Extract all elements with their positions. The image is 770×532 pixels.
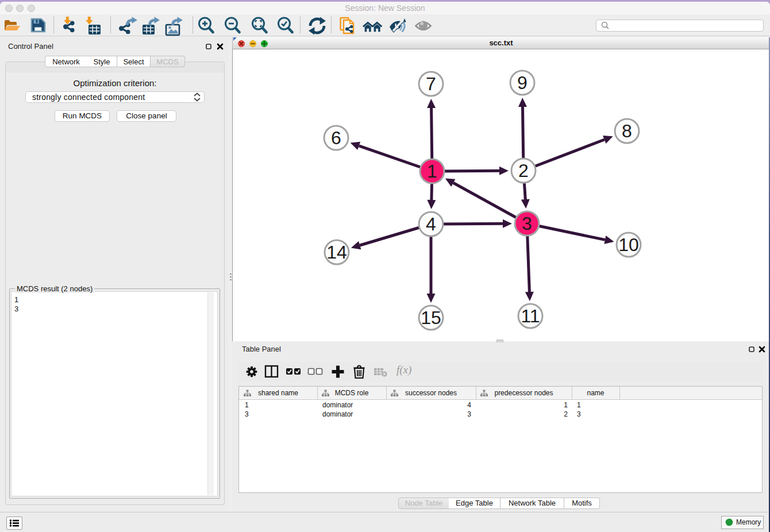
- svg-text:4: 4: [426, 214, 436, 234]
- svg-text:6: 6: [331, 128, 341, 148]
- svg-text:7: 7: [426, 74, 436, 94]
- svg-text:8: 8: [622, 121, 632, 141]
- svg-text:15: 15: [421, 307, 441, 328]
- svg-text:1: 1: [427, 161, 437, 182]
- svg-text:14: 14: [326, 242, 347, 263]
- svg-text:11: 11: [521, 306, 540, 326]
- svg-text:9: 9: [517, 72, 528, 93]
- svg-text:3: 3: [522, 213, 532, 234]
- svg-text:10: 10: [618, 234, 639, 255]
- svg-text:2: 2: [518, 160, 529, 181]
